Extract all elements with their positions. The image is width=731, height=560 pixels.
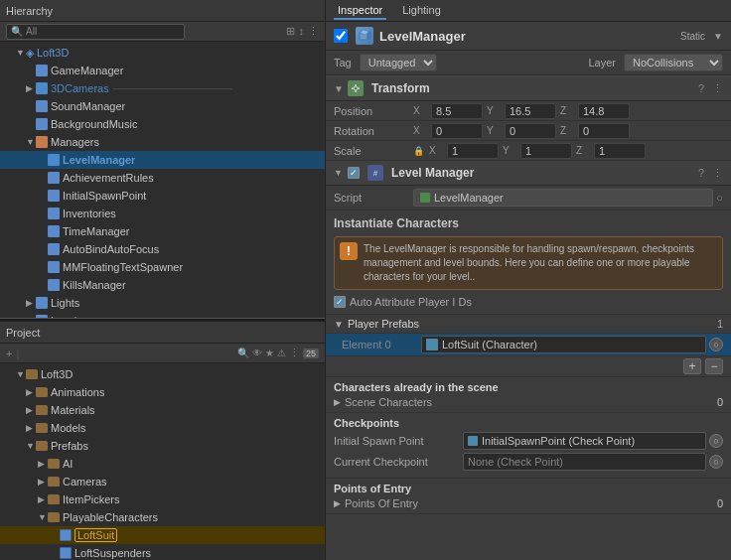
transform-section-header[interactable]: ▼ Transform ? ⋮ — [326, 75, 731, 101]
cube-icon-mmfloating — [48, 261, 60, 273]
cube-icon-3dcameras — [36, 82, 48, 94]
tree-item-animations[interactable]: ▶ Animations — [0, 383, 325, 401]
level-manager-section-header[interactable]: ▼ ✓ # Level Manager ? ⋮ — [326, 161, 731, 186]
tree-item-loft3d[interactable]: ▼ ◈ Loft3D — [0, 44, 325, 62]
tree-item-lights[interactable]: ▶ Lights — [0, 294, 325, 312]
hierarchy-search-container[interactable]: 🔍 All — [6, 24, 185, 40]
tree-item-soundmanager[interactable]: SoundManager — [0, 97, 325, 115]
eye-icon-proj[interactable]: 👁 — [252, 348, 262, 358]
pos-z-input[interactable] — [578, 103, 630, 119]
tree-item-loftsuspenders[interactable]: LoftSuspenders — [0, 544, 325, 560]
tree-item-loftsuit[interactable]: LoftSuit — [0, 526, 325, 544]
script-value-text: LevelManager — [434, 192, 504, 204]
static-dropdown-arrow[interactable]: ▼ — [713, 31, 723, 42]
initial-spawn-target-btn[interactable]: ○ — [709, 434, 723, 448]
lm-enabled-checkbox[interactable]: ✓ — [348, 167, 360, 179]
tag-select[interactable]: Untagged — [360, 54, 437, 71]
tree-item-playablecharacters[interactable]: ▼ PlayableCharacters — [0, 508, 325, 526]
search-icon-proj[interactable]: 🔍 — [237, 348, 249, 358]
chars-arrow[interactable]: ▶ — [334, 397, 341, 407]
transform-help-icon[interactable]: ? — [698, 82, 704, 94]
element-0-target-btn[interactable]: ○ — [709, 338, 723, 351]
pos-y-input[interactable] — [505, 103, 556, 119]
lm-icon-text: # — [373, 169, 377, 178]
tree-item-prefabs[interactable]: ▼ Prefabs — [0, 437, 325, 455]
player-prefabs-header[interactable]: ▼ Player Prefabs 1 — [326, 315, 731, 334]
tree-item-timemanager[interactable]: TimeManager — [0, 222, 325, 240]
warning-icon-proj[interactable]: ⚠ — [277, 348, 286, 358]
warning-icon: ! — [340, 242, 358, 260]
tree-item-loft3d-proj[interactable]: ▼ Loft3D — [0, 365, 325, 383]
tree-item-itempickers[interactable]: ▶ ItemPickers — [0, 490, 325, 508]
pp-collapse-arrow[interactable]: ▼ — [334, 319, 344, 330]
hierarchy-btn-1[interactable]: ⊞ — [286, 25, 295, 38]
tree-item-materials[interactable]: ▶ Materials — [0, 401, 325, 419]
tree-item-cameras-proj[interactable]: ▶ Cameras — [0, 473, 325, 490]
tree-label-timemanager: TimeManager — [63, 225, 129, 237]
overflow-icon-proj[interactable]: ⋮ — [289, 347, 300, 359]
pp-count: 1 — [717, 318, 723, 330]
tree-item-managers[interactable]: ▼ Managers — [0, 133, 325, 151]
proj-label-loftsuit: LoftSuit — [74, 528, 117, 542]
proj-label-models: Models — [51, 422, 85, 434]
tree-label-managers: Managers — [51, 136, 99, 148]
transform-overflow-icon[interactable]: ⋮ — [712, 82, 723, 95]
scale-z-input[interactable] — [594, 143, 646, 159]
tag-layer-row: Tag Untagged Layer NoCollisions — [326, 51, 731, 75]
tree-item-3dcameras[interactable]: ▶ 3DCameras ───────────────── — [0, 79, 325, 97]
points-arrow[interactable]: ▶ — [334, 498, 341, 508]
inspector-panel: Inspector Lighting Static ▼ Tag Untagged — [326, 0, 731, 560]
add-element-button[interactable]: + — [683, 358, 701, 374]
layer-select[interactable]: NoCollisions — [624, 54, 723, 71]
go-name-input[interactable] — [379, 29, 674, 44]
scale-y-input[interactable] — [520, 143, 572, 159]
tree-item-initialspawnpoint[interactable]: InitialSpawnPoint — [0, 187, 325, 205]
add-button[interactable]: + — [6, 348, 12, 359]
tree-item-levelmanager[interactable]: LevelManager — [0, 151, 325, 169]
layer-label: Layer — [588, 57, 616, 69]
lm-overflow-icon[interactable]: ⋮ — [712, 167, 723, 180]
hierarchy-btn-3[interactable]: ⋮ — [308, 25, 319, 38]
svg-point-3 — [354, 86, 358, 90]
scale-x-input[interactable] — [447, 143, 499, 159]
rot-z-input[interactable] — [578, 123, 630, 139]
hierarchy-toolbar: 🔍 All ⊞ ↕ ⋮ — [0, 22, 325, 42]
go-active-checkbox[interactable] — [334, 29, 348, 43]
tree-item-models[interactable]: ▶ Models — [0, 419, 325, 437]
project-title: Project — [6, 327, 40, 339]
tab-lighting[interactable]: Lighting — [398, 2, 445, 20]
tree-item-autobindautofocus[interactable]: AutoBindAutoFocus — [0, 240, 325, 258]
star-icon-proj[interactable]: ★ — [265, 348, 274, 358]
proj-arrow-models: ▶ — [26, 423, 36, 433]
script-field: LevelManager — [413, 189, 713, 207]
hierarchy-btn-2[interactable]: ↕ — [299, 25, 305, 38]
tree-item-achievementrules[interactable]: AchievementRules — [0, 169, 325, 187]
project-toolbar: + | 🔍 👁 ★ ⚠ ⋮ 25 — [0, 344, 325, 363]
proj-label-playablecharacters: PlayableCharacters — [63, 511, 158, 523]
tree-item-ai[interactable]: ▶ AI — [0, 455, 325, 473]
proj-label-itempickers: ItemPickers — [63, 493, 119, 505]
remove-element-button[interactable]: − — [705, 358, 723, 374]
current-checkpoint-target-btn[interactable]: ○ — [709, 455, 723, 469]
chars-title: Characters already in the scene — [334, 381, 723, 393]
tree-item-killsmanager[interactable]: KillsManager — [0, 276, 325, 294]
tree-item-gamemanager[interactable]: GameManager — [0, 62, 325, 79]
rotation-row: Rotation X Y Z — [326, 121, 731, 141]
lm-help-icon[interactable]: ? — [698, 167, 704, 179]
script-target-icon[interactable]: ○ — [716, 192, 723, 204]
rot-x-input[interactable] — [431, 123, 483, 139]
element-0-row[interactable]: Element 0 LoftSuit (Character) ○ — [326, 334, 731, 356]
rot-y-input[interactable] — [505, 123, 556, 139]
tree-item-backgroundmusic[interactable]: BackgroundMusic — [0, 115, 325, 133]
auto-attr-row: ✓ Auto Attribute Player I Ds — [334, 296, 723, 308]
lm-title: Level Manager — [391, 166, 694, 180]
pos-x-input[interactable] — [431, 103, 483, 119]
tree-label-lights: Lights — [51, 297, 79, 309]
tree-item-mmfloating[interactable]: MMFloatingTextSpawner — [0, 258, 325, 276]
pos-z-label: Z — [560, 105, 574, 116]
auto-attr-checkbox[interactable]: ✓ — [334, 296, 346, 308]
info-text: The LevelManager is responsible for hand… — [364, 242, 717, 284]
initial-spawn-icon — [468, 436, 478, 446]
tab-inspector[interactable]: Inspector — [334, 2, 386, 20]
tree-item-inventories[interactable]: Inventories — [0, 205, 325, 222]
